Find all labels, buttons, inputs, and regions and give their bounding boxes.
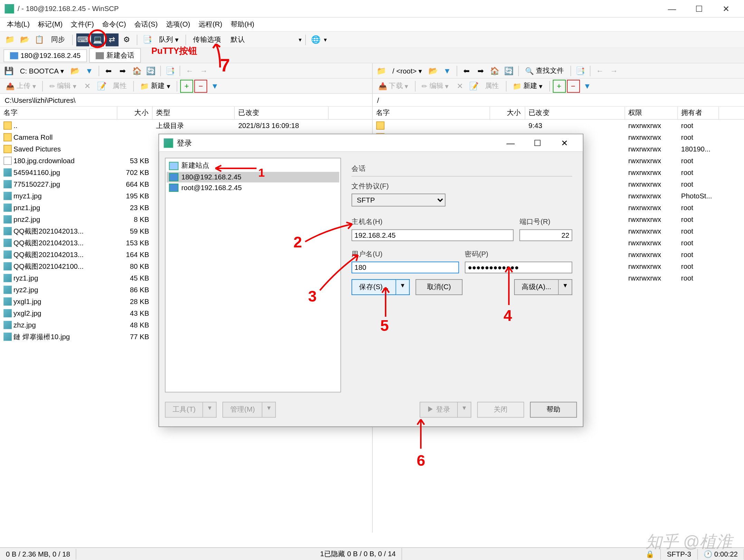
sync-button[interactable]: 同步 <box>48 33 69 46</box>
protocol-label: 文件协议(F) <box>351 181 572 191</box>
filter-icon[interactable]: ▼ <box>83 64 96 77</box>
compare-icon[interactable]: ⇄ <box>106 33 118 46</box>
minus-icon[interactable]: − <box>567 79 579 92</box>
new-button[interactable]: 📁 新建 ▾ <box>137 80 174 92</box>
drive-selector[interactable]: C: BOOTCA ▾ <box>17 66 68 76</box>
home-icon[interactable]: 🏠 <box>130 64 143 77</box>
nav-back-icon: ← <box>593 64 606 77</box>
folder-open-icon[interactable]: 📂 <box>69 64 81 77</box>
port-label: 端口号(R) <box>520 217 572 227</box>
select-icon[interactable]: ▼ <box>581 79 593 92</box>
new-button[interactable]: 📁 新建 ▾ <box>509 80 546 92</box>
port-input[interactable] <box>520 229 572 241</box>
close-button[interactable]: ✕ <box>713 0 740 17</box>
login-button[interactable]: ▶ 登录▼ <box>419 402 471 418</box>
folder-icon[interactable]: 📁 <box>375 64 387 77</box>
col-name[interactable]: 名字 <box>373 107 490 119</box>
queue-button[interactable]: 队列 ▾ <box>156 33 182 46</box>
toolbar-icon[interactable]: 📁 <box>3 33 16 46</box>
app-icon <box>5 4 14 13</box>
back-icon[interactable]: ⬅ <box>102 64 115 77</box>
plus-icon[interactable]: + <box>180 79 193 92</box>
col-size[interactable]: 大小 <box>117 107 153 119</box>
plus-icon[interactable]: + <box>553 79 566 92</box>
col-perm[interactable]: 权限 <box>625 107 678 119</box>
host-input[interactable] <box>351 229 513 241</box>
reload-icon[interactable]: 🔄 <box>502 64 515 77</box>
menu-session[interactable]: 会话(S) <box>131 18 161 31</box>
filter-icon[interactable]: ▼ <box>441 64 453 77</box>
maximize-button[interactable]: ☐ <box>686 0 713 17</box>
properties-button: 属性 <box>109 80 130 92</box>
session-tab-new[interactable]: 新建会话 <box>89 48 141 63</box>
window-title: / - 180@192.168.2.45 - WinSCP <box>18 4 658 13</box>
reload-icon[interactable]: 🔄 <box>144 64 157 77</box>
site-item-root[interactable]: root@192.168.2.45 <box>167 183 339 193</box>
save-button[interactable]: 保存(S)...▼ <box>351 279 409 295</box>
refresh-icon[interactable]: 🌐 <box>309 33 322 46</box>
local-path[interactable]: C:\Users\lizhi\Pictures\ <box>0 94 372 107</box>
parent-row[interactable]: .. 上级目录 2021/8/13 16:09:18 <box>0 120 372 131</box>
settings-icon[interactable]: ⚙ <box>120 33 133 46</box>
password-input[interactable] <box>465 262 572 273</box>
advanced-button[interactable]: 高级(A)...▼ <box>514 279 572 295</box>
col-owner[interactable]: 拥有者 <box>678 107 719 119</box>
session-form: 会话 文件协议(F) SFTP 主机名(H) 端口号(R) 用户名(U) <box>347 158 577 392</box>
folder-open-icon[interactable]: 📂 <box>427 64 439 77</box>
putty-button[interactable]: 💻 <box>91 33 104 46</box>
home-icon[interactable]: 🏠 <box>488 64 501 77</box>
cancel-button[interactable]: 取消(C) <box>415 279 462 295</box>
download-button: 📥 下载 ▾ <box>375 80 412 92</box>
back-icon[interactable]: ⬅ <box>460 64 473 77</box>
monitor-icon <box>10 52 18 59</box>
dialog-bottom: 工具(T)▼ 管理(M)▼ ▶ 登录▼ 关闭 帮助 <box>159 398 583 421</box>
col-changed[interactable]: 已改变 <box>235 107 329 119</box>
session-tab-active[interactable]: 180@192.168.2.45 <box>3 49 87 62</box>
dialog-close[interactable]: ✕ <box>551 134 578 151</box>
site-item-new[interactable]: 新建站点 <box>167 159 339 172</box>
menu-help[interactable]: 帮助(H) <box>227 18 258 31</box>
bookmark-icon[interactable]: 📑 <box>574 64 587 77</box>
table-row[interactable]: 9:43rwxrwxrwxroot <box>373 120 744 131</box>
fwd-icon[interactable]: ➡ <box>116 64 129 77</box>
user-input[interactable] <box>351 262 459 273</box>
transfer-default[interactable]: 默认 <box>226 33 297 46</box>
queue-icon[interactable]: 📑 <box>141 33 154 46</box>
manage-button: 管理(M)▼ <box>223 402 276 418</box>
minus-icon[interactable]: − <box>194 79 207 92</box>
help-button[interactable]: 帮助 <box>530 402 577 418</box>
password-label: 密码(P) <box>465 249 572 259</box>
toolbar-icon[interactable]: 📂 <box>18 33 31 46</box>
menu-file[interactable]: 文件(F) <box>67 18 97 31</box>
bookmark-icon[interactable]: 📑 <box>164 64 176 77</box>
close-dialog-button: 关闭 <box>477 402 524 418</box>
root-selector[interactable]: / <root> ▾ <box>389 66 425 76</box>
site-item-180[interactable]: 180@192.168.2.45 <box>167 172 339 183</box>
edit-button: ✏ 编辑 ▾ <box>46 80 80 92</box>
col-size[interactable]: 大小 <box>490 107 525 119</box>
menu-local[interactable]: 本地(L) <box>3 18 33 31</box>
host-label: 主机名(H) <box>351 217 513 227</box>
col-changed[interactable]: 已改变 <box>525 107 625 119</box>
session-group-label: 会话 <box>351 164 572 174</box>
toolbar-icon[interactable]: 📋 <box>33 33 46 46</box>
fwd-icon[interactable]: ➡ <box>474 64 487 77</box>
drive-icon[interactable]: 💾 <box>2 64 15 77</box>
menu-command[interactable]: 命令(C) <box>99 18 130 31</box>
select-icon[interactable]: ▼ <box>209 79 221 92</box>
nav-fwd-icon: → <box>607 64 620 77</box>
menu-options[interactable]: 选项(O) <box>162 18 194 31</box>
monitor-icon <box>169 184 178 192</box>
dialog-maximize[interactable]: ☐ <box>524 134 551 151</box>
find-button[interactable]: 🔍 查找文件 <box>522 65 568 77</box>
col-name[interactable]: 名字 <box>0 107 117 119</box>
protocol-select[interactable]: SFTP <box>351 194 445 206</box>
minimize-button[interactable]: — <box>658 0 685 17</box>
col-type[interactable]: 类型 <box>153 107 235 119</box>
menu-remote[interactable]: 远程(R) <box>195 18 226 31</box>
console-icon[interactable]: ⌨ <box>76 33 89 46</box>
nav-back-icon: ← <box>183 64 196 77</box>
dialog-minimize[interactable]: — <box>497 134 524 151</box>
menu-mark[interactable]: 标记(M) <box>35 18 66 31</box>
remote-path[interactable]: / <box>373 94 744 107</box>
